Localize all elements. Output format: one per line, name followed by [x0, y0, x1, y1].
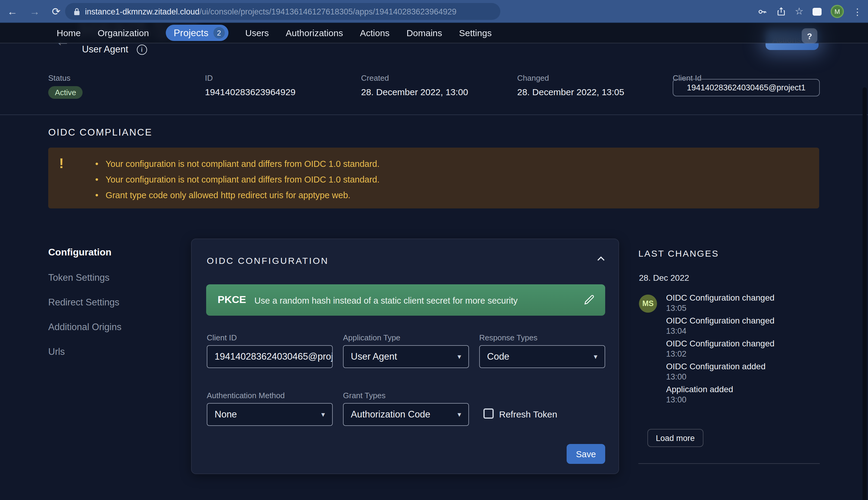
compliance-heading: OIDC COMPLIANCE: [48, 127, 153, 138]
nav-item-authorizations[interactable]: Authorizations: [286, 28, 343, 38]
browser-menu-icon[interactable]: ⋮: [853, 7, 862, 16]
change-event: Application added 13:00: [666, 384, 823, 404]
forward-icon[interactable]: →: [30, 6, 40, 16]
created-label: Created: [361, 73, 468, 82]
change-event-time: 13:04: [666, 327, 823, 336]
last-changes-date: 28. Dec 2022: [639, 273, 689, 283]
lock-icon: [74, 7, 80, 16]
response-types-label: Response Types: [479, 333, 537, 342]
client-id-chip[interactable]: 194140283624030465@project1: [673, 79, 820, 96]
nav-item-actions[interactable]: Actions: [360, 28, 389, 38]
browser-profile-avatar[interactable]: M: [831, 5, 844, 18]
nav-item-users[interactable]: Users: [245, 28, 269, 38]
sidebar-item-urls[interactable]: Urls: [48, 346, 65, 357]
change-event: OIDC Configuration changed 13:04: [666, 316, 823, 336]
browser-toolbar-icons: ☆ M ⋮: [757, 0, 862, 23]
id-field: ID 194140283623964929: [205, 73, 296, 97]
change-event: OIDC Configuration changed 13:02: [666, 339, 823, 359]
changed-field: Changed 28. December 2022, 13:05: [517, 73, 624, 97]
collapse-chevron-up-icon[interactable]: [597, 256, 605, 261]
grant-types-label: Grant Types: [343, 391, 386, 400]
grant-types-select[interactable]: Authorization Code ▾: [343, 403, 469, 426]
nav-item-projects-label: Projects: [174, 27, 209, 38]
app-type-subtitle: User Agent: [82, 44, 128, 55]
id-value: 194140283623964929: [205, 87, 296, 97]
back-icon[interactable]: ←: [7, 6, 18, 16]
nav-item-organization[interactable]: Organization: [98, 28, 149, 38]
sidebar-item-configuration[interactable]: Configuration: [48, 247, 112, 258]
changed-value: 28. December 2022, 13:05: [517, 87, 624, 97]
change-event-title: OIDC Configuration changed: [666, 339, 823, 348]
sidebar-item-token-settings[interactable]: Token Settings: [48, 272, 109, 283]
sidebar-item-redirect-settings[interactable]: Redirect Settings: [48, 297, 119, 308]
page-scrollbar[interactable]: [863, 87, 867, 500]
application-type-select[interactable]: User Agent ▾: [343, 345, 469, 368]
authentication-method-value: None: [214, 409, 237, 420]
change-event-title: OIDC Configuration added: [666, 362, 823, 371]
change-event-time: 13:05: [666, 304, 823, 312]
refresh-token-label: Refresh Token: [499, 409, 557, 419]
authentication-method-label: Authentication Method: [207, 391, 285, 400]
authentication-method-select[interactable]: None ▾: [207, 403, 333, 426]
projects-count-badge: 2: [213, 27, 225, 38]
application-type-label: Application Type: [343, 333, 400, 342]
change-event-title: OIDC Configuration changed: [666, 316, 823, 325]
browser-nav-controls: ← → ⟳: [7, 0, 60, 23]
warning-item: Your configuration is not compliant and …: [95, 172, 379, 188]
grant-types-value: Authorization Code: [351, 409, 430, 420]
warning-item: Grant type code only allowed http redire…: [95, 188, 379, 203]
address-bar[interactable]: instance1-dkmnzw.zitadel.cloud/ui/consol…: [65, 3, 500, 20]
client-id-input-label: Client ID: [207, 333, 237, 342]
status-label: Status: [48, 73, 83, 82]
bookmark-star-icon[interactable]: ☆: [795, 7, 803, 16]
created-field: Created 28. December 2022, 13:00: [361, 73, 468, 97]
nav-item-projects[interactable]: Projects 2: [166, 25, 229, 41]
status-badge: Active: [48, 86, 83, 99]
share-icon[interactable]: [776, 7, 786, 16]
app-subtitle-row: User Agent i: [82, 44, 147, 55]
id-label: ID: [205, 73, 296, 82]
console-page: React-SPA ← Home Organization Projects 2…: [0, 23, 868, 500]
warning-item: Your configuration is not compliant and …: [95, 156, 379, 172]
caret-down-icon: ▾: [457, 352, 461, 361]
load-more-button[interactable]: Load more: [647, 429, 703, 447]
pkce-title: PKCE: [218, 294, 246, 306]
pkce-description: Use a random hash instead of a static cl…: [254, 296, 518, 305]
created-value: 28. December 2022, 13:00: [361, 87, 468, 97]
sidebar-item-additional-origins[interactable]: Additional Origins: [48, 322, 121, 332]
change-event: OIDC Configuration added 13:00: [666, 362, 823, 381]
response-types-select[interactable]: Code ▾: [479, 345, 605, 368]
nav-item-domains[interactable]: Domains: [407, 28, 442, 38]
top-navbar: Home Organization Projects 2 Users Autho…: [0, 23, 868, 43]
nav-item-home[interactable]: Home: [57, 28, 81, 38]
pkce-banner: PKCE Use a random hash instead of a stat…: [206, 284, 605, 316]
side-panel-icon[interactable]: [813, 8, 822, 15]
header-divider: [0, 114, 868, 115]
oidc-configuration-heading: OIDC CONFIGURATION: [207, 255, 329, 266]
help-badge[interactable]: ?: [802, 28, 817, 43]
compliance-warning-box: ! Your configuration is not compliant an…: [48, 148, 819, 208]
reload-icon[interactable]: ⟳: [52, 6, 60, 16]
warning-icon: !: [59, 156, 64, 172]
save-button[interactable]: Save: [567, 444, 605, 464]
change-event-time: 13:02: [666, 349, 823, 359]
edit-pencil-icon[interactable]: [583, 293, 596, 306]
response-types-value: Code: [487, 351, 509, 362]
info-icon[interactable]: i: [136, 44, 147, 55]
changed-label: Changed: [517, 73, 624, 82]
application-type-value: User Agent: [351, 351, 397, 362]
nav-item-settings[interactable]: Settings: [459, 28, 492, 38]
password-key-icon[interactable]: [757, 6, 767, 16]
change-event-time: 13:00: [666, 372, 823, 381]
url-text: instance1-dkmnzw.zitadel.cloud/ui/consol…: [85, 7, 457, 16]
browser-chrome: ← → ⟳ instance1-dkmnzw.zitadel.cloud/ui/…: [0, 0, 868, 23]
client-id-input[interactable]: 194140283624030465@project1: [207, 345, 333, 368]
refresh-token-checkbox[interactable]: [483, 408, 494, 419]
change-event: OIDC Configuration changed 13:05: [666, 293, 823, 312]
caret-down-icon: ▾: [321, 410, 325, 419]
oidc-configuration-card: OIDC CONFIGURATION PKCE Use a random has…: [191, 239, 619, 474]
avatar: MS: [639, 295, 657, 312]
caret-down-icon: ▾: [594, 352, 597, 361]
change-event-title: OIDC Configuration changed: [666, 293, 823, 303]
change-event-time: 13:00: [666, 395, 823, 404]
